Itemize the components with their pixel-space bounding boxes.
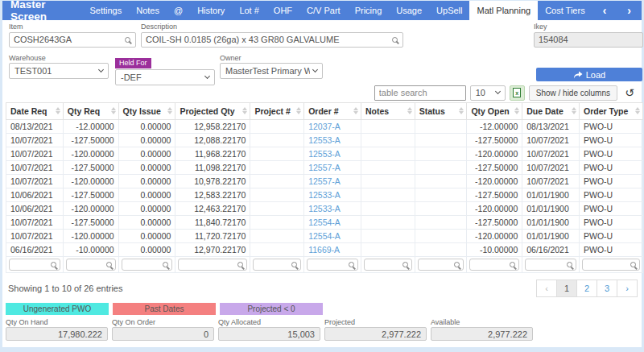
cell-order-type: PWO-U <box>580 202 643 216</box>
search-icon <box>51 262 56 267</box>
table-row[interactable]: 10/06/2021-127.500000.0000012,583.221701… <box>6 188 643 202</box>
column-filter-input[interactable] <box>469 259 519 271</box>
order-link[interactable]: 12554-A <box>308 231 341 241</box>
ikey-field <box>534 32 643 48</box>
load-button[interactable]: Load <box>536 68 642 81</box>
cell-qty-req: -127.50000 <box>63 216 118 230</box>
nav-item-lot[interactable]: Lot # <box>232 1 266 20</box>
column-header-label: Notes <box>365 106 389 116</box>
cell-qty-open: -120.00000 <box>467 230 522 243</box>
order-link[interactable]: 12533-A <box>308 190 341 200</box>
cell-qty-issue: 0.00000 <box>118 243 175 257</box>
order-link[interactable]: 12557-A <box>308 163 341 172</box>
column-filter-input[interactable] <box>122 259 173 271</box>
nav-item-pricing[interactable]: Pricing <box>348 1 390 20</box>
table-row[interactable]: 10/07/2021-127.500000.0000012,088.221701… <box>6 134 643 147</box>
column-header-qty-req[interactable]: Qty Req <box>63 103 118 120</box>
page-size-select[interactable]: 10 <box>470 85 506 101</box>
column-header-due-date[interactable]: Due Date <box>522 103 580 120</box>
column-filter-input[interactable] <box>307 259 358 271</box>
table-row[interactable]: 10/07/2021-127.500000.0000011,840.721701… <box>6 216 643 230</box>
order-link[interactable]: 12037-A <box>308 122 341 131</box>
column-header-qty-issue[interactable]: Qty Issue <box>118 103 175 120</box>
order-link[interactable]: 12553-A <box>308 135 341 145</box>
warehouse-select[interactable]: TEST001 <box>9 63 109 79</box>
column-header-qty-open[interactable]: Qty Open <box>467 103 522 120</box>
nav-item-upsell[interactable]: UpSell <box>429 1 469 20</box>
table-row[interactable]: 10/06/2021-120.000000.0000012,463.221701… <box>6 202 643 216</box>
cell-project <box>250 188 304 202</box>
cell-project <box>250 230 304 243</box>
nav-item-ohf[interactable]: OHF <box>266 1 299 20</box>
owner-select[interactable]: MasterTest Primary Wareho <box>220 63 323 79</box>
order-link[interactable]: 12557-A <box>308 176 341 186</box>
column-filter-input[interactable] <box>364 259 412 271</box>
table-row[interactable]: 08/13/2021-12.000000.0000012,958.2217012… <box>6 120 643 134</box>
nav-item-history[interactable]: History <box>190 1 232 20</box>
column-filter-input[interactable] <box>525 259 576 271</box>
pagination-next-button[interactable]: › <box>617 280 638 297</box>
column-header-project[interactable]: Project # <box>250 103 304 120</box>
cell-qty-open: -127.50000 <box>467 161 522 175</box>
table-row[interactable]: 10/07/2021-120.000000.0000010,978.221701… <box>6 175 643 188</box>
table-row[interactable]: 06/16/2021-10.000000.0000012,970.2217011… <box>6 243 643 257</box>
nav-prev-arrow-button[interactable]: ‹ <box>592 1 617 20</box>
legend-past-dates: Past Dates <box>113 303 216 315</box>
nav-next-arrow-button[interactable]: › <box>617 1 642 20</box>
sort-icon <box>111 107 116 114</box>
column-filter-input[interactable] <box>9 259 60 271</box>
search-icon <box>454 262 460 267</box>
description-input[interactable] <box>141 32 403 48</box>
column-filter-input[interactable] <box>582 259 640 271</box>
column-header-order-type[interactable]: Order Type <box>580 103 643 120</box>
nav-item-matl-planning[interactable]: Matl Planning <box>469 1 538 20</box>
cell-due-date: 10/07/2021 <box>522 134 580 147</box>
table-row[interactable]: 10/07/2021-120.000000.0000011,720.721701… <box>6 230 643 243</box>
order-link[interactable]: 11669-A <box>308 245 340 255</box>
nav-item-notes[interactable]: Notes <box>129 1 167 20</box>
pagination-prev-button[interactable]: ‹ <box>536 280 557 297</box>
table-row[interactable]: 10/07/2021-127.500000.0000011,098.221701… <box>6 161 643 175</box>
cell-project <box>250 216 304 230</box>
pagination-page-2[interactable]: 2 <box>576 280 597 297</box>
cell-projected-qty: 12,970.22170 <box>175 243 250 257</box>
nav-item-cost-tiers[interactable]: Cost Tiers <box>538 1 592 20</box>
held-for-select[interactable]: -DEF <box>115 69 215 85</box>
column-header-order[interactable]: Order # <box>304 103 361 120</box>
refresh-icon[interactable]: ↺ <box>621 85 638 101</box>
nav-item-c-v-part[interactable]: C/V Part <box>299 1 348 20</box>
show-hide-columns-button[interactable]: Show / hide columns <box>529 85 617 101</box>
nav-item-usage[interactable]: Usage <box>389 1 429 20</box>
summary-field-qty-on-order: Qty On Order0 <box>112 318 214 341</box>
column-header-date-req[interactable]: Date Req <box>6 103 64 120</box>
order-link[interactable]: 12533-A <box>308 204 341 213</box>
column-header-projected-qty[interactable]: Projected Qty <box>175 103 250 120</box>
table-row[interactable]: 10/07/2021-120.000000.0000011,968.221701… <box>6 147 643 161</box>
cell-qty-open: -127.50000 <box>467 216 522 230</box>
pagination-page-3[interactable]: 3 <box>597 280 617 297</box>
cell-projected-qty: 11,968.22170 <box>175 147 250 161</box>
filter-cell-due-date <box>522 257 580 273</box>
cell-qty-req: -127.50000 <box>63 134 118 147</box>
nav-item-settings[interactable]: Settings <box>82 1 129 20</box>
pagination-page-1[interactable]: 1 <box>556 280 577 297</box>
search-icon <box>291 262 297 267</box>
order-link[interactable]: 12554-A <box>308 217 341 227</box>
column-header-notes[interactable]: Notes <box>361 103 415 120</box>
nav-item-at[interactable]: @ <box>167 1 190 20</box>
table-search-input[interactable] <box>374 85 466 101</box>
cell-project <box>250 161 304 175</box>
filter-cell-qty-req <box>63 257 118 273</box>
column-header-status[interactable]: Status <box>415 103 467 120</box>
export-excel-button[interactable]: x <box>510 85 525 101</box>
search-icon[interactable] <box>392 37 398 43</box>
column-filter-input[interactable] <box>253 259 301 271</box>
order-link[interactable]: 12553-A <box>308 149 341 159</box>
column-filter-input[interactable] <box>66 259 116 271</box>
chevron-down-icon <box>204 73 210 79</box>
search-icon[interactable] <box>125 37 130 43</box>
column-filter-input[interactable] <box>178 259 247 271</box>
cell-status <box>415 230 467 243</box>
column-filter-input[interactable] <box>418 259 464 271</box>
item-input[interactable] <box>9 32 136 48</box>
